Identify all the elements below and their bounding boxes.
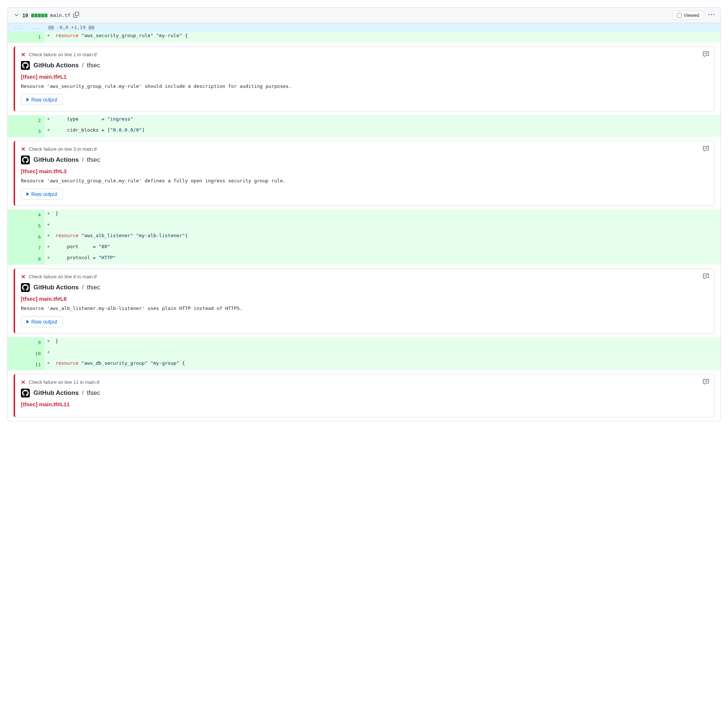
diff-marker: + xyxy=(45,359,53,370)
resolve-annotation-icon[interactable] xyxy=(703,146,709,153)
old-line-number[interactable] xyxy=(8,115,26,126)
kebab-menu-icon[interactable] xyxy=(708,12,714,19)
code-content: resource "aws_alb_listener" "my-alb-list… xyxy=(53,232,720,243)
old-line-number[interactable] xyxy=(8,243,26,254)
viewed-label-text: Viewed xyxy=(684,12,699,18)
annotation-location-text: Check failure on line 3 in main.tf xyxy=(29,146,97,152)
old-line-number[interactable] xyxy=(8,126,26,137)
failure-x-icon: ✕ xyxy=(21,52,26,57)
resolve-annotation-icon[interactable] xyxy=(703,273,709,280)
check-name: tfsec xyxy=(87,156,100,163)
code-content: protocol = "HTTP" xyxy=(53,254,720,265)
github-logo-icon xyxy=(21,156,30,164)
check-name: tfsec xyxy=(87,389,100,396)
diff-marker: + xyxy=(45,348,53,359)
new-line-number[interactable]: 8 xyxy=(26,254,45,265)
code-line: 5+ xyxy=(8,220,720,232)
copy-path-icon[interactable] xyxy=(73,12,79,19)
github-logo-icon xyxy=(21,388,30,398)
code-content xyxy=(53,220,720,232)
check-app-name: GitHub Actions xyxy=(33,62,79,69)
resolve-annotation-icon[interactable] xyxy=(703,379,709,386)
code-line: 8+ protocol = "HTTP" xyxy=(8,254,720,265)
code-content: } xyxy=(53,337,720,348)
new-line-number[interactable]: 1 xyxy=(26,32,45,43)
diff-body: 1+ resource "aws_security_group_rule" "m… xyxy=(8,32,720,417)
check-annotation: ✕Check failure on line 8 in main.tfGitHu… xyxy=(14,268,714,333)
code-line: 4+ } xyxy=(8,210,720,220)
annotation-title-link[interactable]: [tfsec] main.tf#L1 xyxy=(21,74,708,80)
new-line-number[interactable]: 11 xyxy=(26,359,45,370)
chevron-down-icon[interactable] xyxy=(14,12,20,19)
check-app-name: GitHub Actions xyxy=(33,284,79,291)
annotation-title-link[interactable]: [tfsec] main.tf#L8 xyxy=(21,296,708,302)
hunk-header: ... ... @@ -0,0 +1,19 @@ xyxy=(8,23,720,32)
raw-output-button[interactable]: Raw output xyxy=(21,316,63,327)
viewed-checkbox[interactable] xyxy=(677,13,681,18)
new-line-number[interactable]: 6 xyxy=(26,232,45,243)
diff-marker: + xyxy=(45,243,53,254)
annotation-header: ✕Check failure on line 8 in main.tf xyxy=(21,274,708,279)
github-logo-icon xyxy=(21,283,30,292)
code-line: 10+ xyxy=(8,348,720,359)
annotation-title-link[interactable]: [tfsec] main.tf#L3 xyxy=(21,168,708,174)
old-line-number[interactable] xyxy=(8,254,26,265)
expand-hunk-button[interactable]: ... xyxy=(26,23,45,32)
new-line-number[interactable]: 9 xyxy=(26,337,45,348)
diff-marker: + xyxy=(45,337,53,348)
code-line: 6+ resource "aws_alb_listener" "my-alb-l… xyxy=(8,232,720,243)
annotation-message: Resource 'aws_security_group_rule.my-rul… xyxy=(21,84,708,89)
file-header-right: Viewed xyxy=(672,10,714,20)
failure-x-icon: ✕ xyxy=(21,274,26,279)
play-triangle-icon xyxy=(27,320,29,324)
check-annotation: ✕Check failure on line 11 in main.tfGitH… xyxy=(14,374,714,417)
new-line-number[interactable]: 5 xyxy=(26,220,45,232)
code-content: resource "aws_security_group_rule" "my-r… xyxy=(53,32,720,43)
old-line-number[interactable] xyxy=(8,359,26,370)
viewed-toggle[interactable]: Viewed xyxy=(672,10,704,20)
old-line-number[interactable] xyxy=(8,32,26,43)
code-line: 3+ cidr_blocks = ["0.0.0.0/0"] xyxy=(8,126,720,137)
check-annotation: ✕Check failure on line 1 in main.tfGitHu… xyxy=(14,46,714,111)
new-line-number[interactable]: 4 xyxy=(26,210,45,220)
hunk-range-text: @@ -0,0 +1,19 @@ xyxy=(45,23,720,32)
raw-output-button[interactable]: Raw output xyxy=(21,94,63,105)
check-app-name: GitHub Actions xyxy=(33,156,79,163)
code-content: } xyxy=(53,210,720,220)
check-app-name: GitHub Actions xyxy=(33,389,79,396)
annotation-source: GitHub Actions / tfsec xyxy=(21,388,708,398)
raw-output-label: Raw output xyxy=(31,97,57,103)
annotation-title-link[interactable]: [tfsec] main.tf#L11 xyxy=(21,401,708,407)
check-name: tfsec xyxy=(87,62,100,69)
old-line-number[interactable] xyxy=(8,232,26,243)
expand-hunk-button[interactable]: ... xyxy=(8,23,26,32)
failure-x-icon: ✕ xyxy=(21,146,26,152)
new-line-number[interactable]: 3 xyxy=(26,126,45,137)
new-line-number[interactable]: 10 xyxy=(26,348,45,359)
github-logo-icon xyxy=(21,61,30,70)
diff-marker: + xyxy=(45,232,53,243)
annotation-source: GitHub Actions / tfsec xyxy=(21,283,708,292)
annotation-source: GitHub Actions / tfsec xyxy=(21,156,708,164)
new-line-number[interactable]: 2 xyxy=(26,115,45,126)
raw-output-button[interactable]: Raw output xyxy=(21,189,63,200)
file-header-left: 19 main.tf xyxy=(14,12,79,19)
old-line-number[interactable] xyxy=(8,220,26,232)
raw-output-label: Raw output xyxy=(31,191,57,197)
new-line-number[interactable]: 7 xyxy=(26,243,45,254)
code-line: 2+ type = "ingress" xyxy=(8,115,720,126)
filename[interactable]: main.tf xyxy=(50,12,71,18)
file-diff-container: 19 main.tf Viewed ... ... @@ -0,0 +1,19 … xyxy=(8,8,720,422)
annotation-header: ✕Check failure on line 3 in main.tf xyxy=(21,146,708,152)
annotation-header: ✕Check failure on line 1 in main.tf xyxy=(21,52,708,57)
diff-marker: + xyxy=(45,254,53,265)
diff-marker: + xyxy=(45,126,53,137)
resolve-annotation-icon[interactable] xyxy=(703,51,709,58)
file-header: 19 main.tf Viewed xyxy=(8,8,720,23)
diff-marker: + xyxy=(45,32,53,43)
old-line-number[interactable] xyxy=(8,210,26,220)
old-line-number[interactable] xyxy=(8,337,26,348)
play-triangle-icon xyxy=(27,192,29,196)
old-line-number[interactable] xyxy=(8,348,26,359)
annotation-message: Resource 'aws_alb_listener.my-alb-listen… xyxy=(21,306,708,311)
